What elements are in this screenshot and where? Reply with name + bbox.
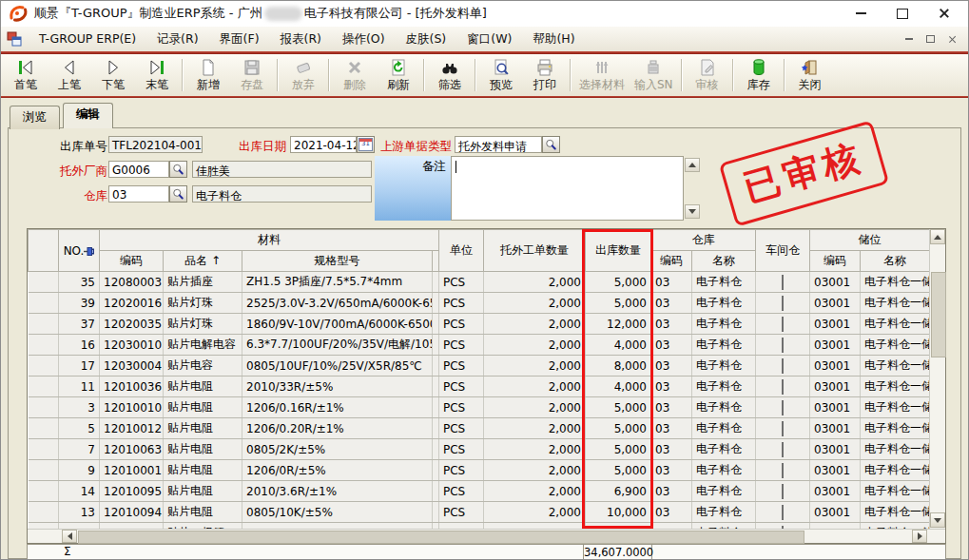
cell-sliver[interactable] xyxy=(433,356,439,377)
tab-browse[interactable]: 浏览 xyxy=(10,106,60,129)
cell-sliver[interactable] xyxy=(433,502,439,523)
cell-unit[interactable]: PCS xyxy=(439,272,484,293)
menu-item-报表[interactable]: 报表(R) xyxy=(270,29,332,48)
scroll-up-button[interactable] xyxy=(930,229,945,244)
cell-material-code[interactable]: 12010010 xyxy=(100,397,164,418)
cell-wo-qty[interactable]: 2,000 xyxy=(484,397,586,418)
cell-spec[interactable]: 6.3*7.7/100UF/20%/35V/电解/105℃ xyxy=(242,335,433,356)
cell-warehouse-name[interactable]: 电子料仓 xyxy=(692,272,756,293)
cell-warehouse-code[interactable]: 03 xyxy=(651,377,692,397)
cell-no[interactable]: 35 xyxy=(59,272,100,293)
workshop-checkbox[interactable] xyxy=(782,442,784,457)
cell-material-name[interactable]: 贴片电阻 xyxy=(164,418,242,439)
cell-material-code[interactable]: 12030004 xyxy=(100,356,164,377)
cell-out-qty[interactable]: 5,000 xyxy=(586,439,651,460)
cell-workshop[interactable] xyxy=(756,335,810,356)
cell-spec[interactable]: 2525/3.0V-3.2V/650mA/6000K-650... xyxy=(242,293,433,314)
scroll-down-button[interactable] xyxy=(930,512,945,528)
workshop-checkbox[interactable] xyxy=(782,296,784,311)
cell-spec[interactable]: 2010/3.6R/±1% xyxy=(242,481,433,502)
cell-sliver[interactable] xyxy=(433,377,439,397)
cell-bin-name[interactable]: 电子料仓一储 xyxy=(861,272,930,293)
workshop-checkbox[interactable] xyxy=(782,421,784,436)
workshop-checkbox[interactable] xyxy=(782,505,784,520)
cell-material-code[interactable]: 12010095 xyxy=(100,481,164,502)
cell-warehouse-name[interactable]: 电子料仓 xyxy=(692,502,756,523)
cell-warehouse-name[interactable]: 电子料仓 xyxy=(692,460,756,481)
cell-spec[interactable]: 1206/0.20R/±1% xyxy=(242,418,433,439)
col-header-wh-code[interactable]: 编码 xyxy=(651,251,692,272)
order-no-field[interactable]: TFL202104-0017 xyxy=(108,136,203,153)
cell-unit[interactable]: PCS xyxy=(439,356,484,377)
menu-item-帮助[interactable]: 帮助(H) xyxy=(522,29,585,48)
cell-material-code[interactable]: 12010063 xyxy=(100,439,164,460)
child-restore-button[interactable] xyxy=(923,32,938,47)
cell-material-name[interactable]: 贴片电阻 xyxy=(164,439,242,460)
row-selector[interactable] xyxy=(29,314,59,335)
cell-bin-name[interactable]: 电子料仓一储 xyxy=(861,460,930,481)
cell-sliver[interactable] xyxy=(433,460,439,481)
cell-spec[interactable]: 1206/0R/±5% xyxy=(242,460,433,481)
child-minimize-button[interactable] xyxy=(901,32,916,47)
col-header-wh-name[interactable]: 名称 xyxy=(692,251,756,272)
cell-unit[interactable]: PCS xyxy=(439,481,484,502)
cell-spec[interactable]: 1206/0.16R/±1% xyxy=(242,397,433,418)
cell-unit[interactable]: PCS xyxy=(439,335,484,356)
vertical-scroll-thumb[interactable] xyxy=(931,272,946,357)
cell-unit[interactable]: PCS xyxy=(439,439,484,460)
cell-wo-qty[interactable]: 2,000 xyxy=(484,377,586,397)
col-header-material-name[interactable]: 品名 ↑ xyxy=(164,251,242,272)
toolbar-button-inventory[interactable]: 库存 xyxy=(737,56,781,94)
cell-wo-qty[interactable]: 2,000 xyxy=(484,439,586,460)
cell-out-qty[interactable]: 8,000 xyxy=(586,356,651,377)
window-maximize-button[interactable] xyxy=(895,6,910,21)
cell-bin-code[interactable]: 03001 xyxy=(810,377,861,397)
out-date-field[interactable]: 2021-04-12 xyxy=(290,136,357,153)
cell-warehouse-name[interactable]: 电子料仓 xyxy=(692,335,756,356)
cell-material-name[interactable]: 贴片插座 xyxy=(164,272,242,293)
upstream-type-field[interactable]: 托外发料申请 xyxy=(455,136,542,153)
cell-warehouse-code[interactable]: 03 xyxy=(651,397,692,418)
cell-sliver[interactable] xyxy=(433,272,439,293)
toolbar-button-next[interactable]: 下笔 xyxy=(91,56,135,94)
cell-warehouse-code[interactable]: 03 xyxy=(651,502,692,523)
menu-item-操作[interactable]: 操作(O) xyxy=(332,29,396,48)
cell-warehouse-code[interactable]: 03 xyxy=(651,460,692,481)
window-close-button[interactable] xyxy=(937,6,952,21)
cell-out-qty[interactable]: 5,000 xyxy=(586,293,651,314)
cell-bin-code[interactable]: 03001 xyxy=(810,481,861,502)
cell-out-qty[interactable]: 4,000 xyxy=(586,377,651,397)
cell-bin-code[interactable]: 03001 xyxy=(810,335,861,356)
cell-warehouse-code[interactable]: 03 xyxy=(651,314,692,335)
cell-material-name[interactable]: 贴片电容 xyxy=(164,356,242,377)
vendor-code-field[interactable]: G0006 xyxy=(108,161,169,178)
col-header-sliver[interactable] xyxy=(433,251,439,272)
cell-bin-name[interactable]: 电子料仓一储 xyxy=(861,377,930,397)
warehouse-lookup-button[interactable] xyxy=(169,185,187,203)
cell-no[interactable]: 7 xyxy=(59,439,100,460)
cell-warehouse-code[interactable]: 03 xyxy=(651,293,692,314)
window-minimize-button[interactable] xyxy=(853,6,868,21)
row-selector[interactable] xyxy=(29,293,59,314)
toolbar-button-first[interactable]: 首笔 xyxy=(4,56,48,94)
col-header-spec[interactable]: 规格型号 xyxy=(242,251,433,272)
child-close-button[interactable] xyxy=(945,32,959,47)
workshop-checkbox[interactable] xyxy=(782,275,784,290)
row-selector[interactable] xyxy=(29,397,59,418)
cell-wo-qty[interactable]: 2,000 xyxy=(484,481,586,502)
cell-material-name[interactable]: 贴片电阻 xyxy=(164,481,242,502)
toolbar-button-print[interactable]: 打印 xyxy=(523,56,567,94)
cell-sliver[interactable] xyxy=(433,335,439,356)
cell-out-qty[interactable]: 5,000 xyxy=(586,272,651,293)
cell-no[interactable]: 37 xyxy=(59,314,100,335)
col-header-workshop[interactable]: 车间仓 xyxy=(756,230,810,272)
cell-material-code[interactable]: 12010012 xyxy=(100,418,164,439)
row-selector[interactable] xyxy=(29,502,59,523)
cell-warehouse-name[interactable]: 电子料仓 xyxy=(692,439,756,460)
col-header-material-code[interactable]: 编码 xyxy=(100,251,164,272)
cell-material-code[interactable]: 12080003 xyxy=(100,272,164,293)
calendar-button[interactable]: 31 xyxy=(357,136,375,153)
cell-unit[interactable]: PCS xyxy=(439,397,484,418)
cell-material-code[interactable]: 12010001 xyxy=(100,460,164,481)
cell-sliver[interactable] xyxy=(433,418,439,439)
